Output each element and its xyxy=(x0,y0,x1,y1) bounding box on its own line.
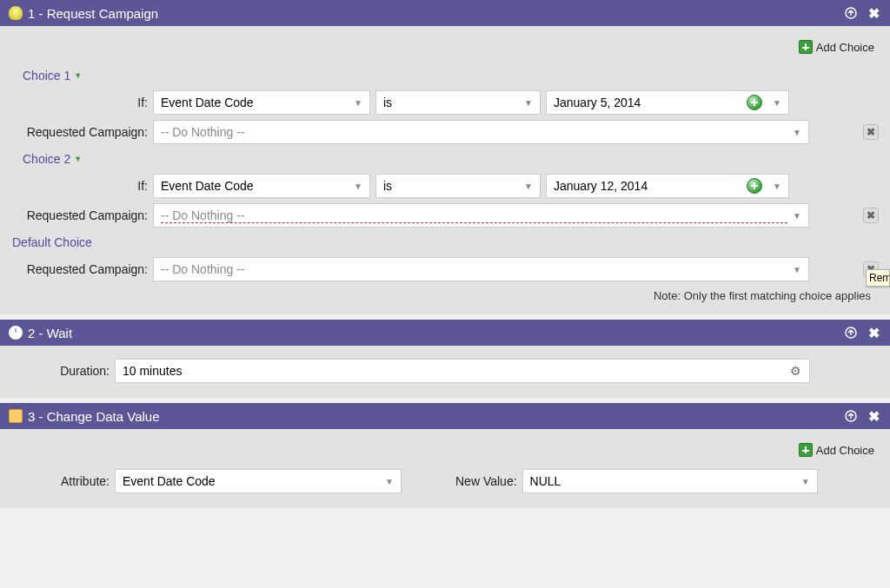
add-choice-label: Add Choice xyxy=(816,444,874,457)
choice2-value-text: January 12, 2014 xyxy=(554,179,747,193)
close-icon[interactable]: ✖ xyxy=(866,325,881,340)
clock-icon xyxy=(9,326,23,340)
new-value-text: NULL xyxy=(530,474,796,488)
choice2-field-text: Event Date Code xyxy=(161,179,349,193)
move-up-icon[interactable] xyxy=(843,325,859,340)
rc-label: Requested Campaign: xyxy=(17,208,148,222)
chevron-down-icon: ▼ xyxy=(773,182,781,191)
close-icon[interactable]: ✖ xyxy=(866,408,881,424)
panel1-controls: ✖ xyxy=(843,5,881,21)
default-choice-label: Default Choice xyxy=(9,230,881,254)
rc-label: Requested Campaign: xyxy=(17,262,148,276)
choice1-op-select[interactable]: is ▼ xyxy=(375,90,541,115)
panel1-body: Add Choice Choice 1 ▼ If: Event Date Cod… xyxy=(0,26,890,314)
choice2-rc-text: -- Do Nothing -- xyxy=(161,208,787,223)
choice-1-label[interactable]: Choice 1 ▼ xyxy=(9,63,881,88)
remove-choice1-button[interactable]: ✖ xyxy=(863,124,879,140)
choice-2-label[interactable]: Choice 2 ▼ xyxy=(9,147,881,171)
add-choice-bar-3: Add Choice xyxy=(9,439,881,466)
rc-label: Requested Campaign: xyxy=(17,125,148,139)
choice1-rc-select[interactable]: -- Do Nothing -- ▼ xyxy=(153,120,809,144)
default-rc-text: -- Do Nothing -- xyxy=(161,262,787,276)
lightbulb-icon xyxy=(9,6,23,20)
chevron-down-icon: ▼ xyxy=(74,71,82,80)
choice1-if-row: If: Event Date Code ▼ is ▼ January 5, 20… xyxy=(9,88,881,117)
choice2-if-row: If: Event Date Code ▼ is ▼ January 12, 2… xyxy=(9,171,881,201)
default-rc-select[interactable]: -- Do Nothing -- ▼ xyxy=(153,257,809,281)
panel-header-2: 2 - Wait ✖ xyxy=(0,320,890,346)
gear-icon[interactable]: ⚙ xyxy=(788,364,802,378)
add-choice-plus-icon xyxy=(799,443,813,457)
attribute-label: Attribute: xyxy=(17,474,110,488)
new-value-label: New Value: xyxy=(455,474,517,488)
choice1-rc-row: Requested Campaign: -- Do Nothing -- ▼ ✖ xyxy=(9,117,881,147)
add-choice-button[interactable]: Add Choice xyxy=(799,40,874,54)
add-choice-bar-1: Add Choice xyxy=(9,36,881,63)
duration-input[interactable]: 10 minutes ⚙ xyxy=(115,359,810,383)
plus-circle-icon[interactable] xyxy=(747,178,762,194)
duration-row: Duration: 10 minutes ⚙ xyxy=(9,356,881,386)
new-value-select[interactable]: NULL ▼ xyxy=(522,469,818,493)
attribute-row: Attribute: Event Date Code ▼ New Value: … xyxy=(9,466,881,496)
attribute-text: Event Date Code xyxy=(123,474,380,488)
default-choice-text: Default Choice xyxy=(12,235,92,249)
if-label: If: xyxy=(17,96,148,109)
add-choice-button[interactable]: Add Choice xyxy=(799,443,874,457)
attribute-select[interactable]: Event Date Code ▼ xyxy=(115,469,402,493)
panel2-body: Duration: 10 minutes ⚙ xyxy=(0,346,890,398)
choice2-field-select[interactable]: Event Date Code ▼ xyxy=(153,174,370,198)
choice-note: Note: Only the first matching choice app… xyxy=(9,284,881,302)
choice1-value-text: January 5, 2014 xyxy=(554,96,747,109)
choice1-rc-text: -- Do Nothing -- xyxy=(161,125,787,139)
if-label: If: xyxy=(17,179,148,193)
change-data-value-panel: 3 - Change Data Value ✖ Add Choice Attri… xyxy=(0,403,890,508)
choice2-op-text: is xyxy=(383,179,519,193)
choice2-rc-row: Requested Campaign: -- Do Nothing -- ▼ ✖ xyxy=(9,201,881,230)
duration-text: 10 minutes xyxy=(123,364,788,378)
choice1-op-text: is xyxy=(383,96,519,109)
chevron-down-icon: ▼ xyxy=(354,98,362,108)
document-icon xyxy=(9,409,23,423)
chevron-down-icon: ▼ xyxy=(773,98,781,108)
remove-choice2-button[interactable]: ✖ xyxy=(863,208,879,223)
choice1-value-input[interactable]: January 5, 2014 ▼ xyxy=(546,90,789,115)
choice-2-text: Choice 2 xyxy=(23,152,70,166)
chevron-down-icon: ▼ xyxy=(793,128,801,137)
panel1-title: 1 - Request Campaign xyxy=(28,6,843,21)
choice1-field-select[interactable]: Event Date Code ▼ xyxy=(153,90,370,115)
choice2-value-input[interactable]: January 12, 2014 ▼ xyxy=(546,174,789,198)
chevron-down-icon: ▼ xyxy=(524,98,533,108)
close-icon[interactable]: ✖ xyxy=(866,5,881,21)
add-choice-plus-icon xyxy=(799,40,813,54)
chevron-down-icon: ▼ xyxy=(801,477,810,486)
move-up-icon[interactable] xyxy=(843,5,859,21)
panel2-title: 2 - Wait xyxy=(28,326,843,340)
chevron-down-icon: ▼ xyxy=(354,182,362,191)
chevron-down-icon: ▼ xyxy=(793,211,801,221)
plus-circle-icon[interactable] xyxy=(747,95,762,110)
move-up-icon[interactable] xyxy=(843,408,859,424)
chevron-down-icon: ▼ xyxy=(793,265,801,274)
request-campaign-panel: 1 - Request Campaign ✖ Add Choice Choice… xyxy=(0,0,890,314)
panel2-controls: ✖ xyxy=(843,325,881,340)
choice2-rc-select[interactable]: -- Do Nothing -- ▼ xyxy=(153,203,809,228)
panel3-body: Add Choice Attribute: Event Date Code ▼ … xyxy=(0,429,890,508)
wait-panel: 2 - Wait ✖ Duration: 10 minutes ⚙ xyxy=(0,320,890,398)
remove-tooltip: Remo xyxy=(866,269,890,287)
panel3-controls: ✖ xyxy=(843,408,881,424)
choice1-field-text: Event Date Code xyxy=(161,96,349,109)
choice-1-text: Choice 1 xyxy=(23,69,70,83)
add-choice-label: Add Choice xyxy=(816,41,874,54)
duration-label: Duration: xyxy=(17,364,110,378)
choice2-op-select[interactable]: is ▼ xyxy=(375,174,541,198)
chevron-down-icon: ▼ xyxy=(74,155,82,163)
panel-header-1: 1 - Request Campaign ✖ xyxy=(0,0,890,26)
chevron-down-icon: ▼ xyxy=(524,182,533,191)
panel3-title: 3 - Change Data Value xyxy=(28,409,843,424)
chevron-down-icon: ▼ xyxy=(385,477,394,486)
default-rc-row: Requested Campaign: -- Do Nothing -- ▼ ✖ xyxy=(9,254,881,284)
panel-header-3: 3 - Change Data Value ✖ xyxy=(0,403,890,429)
